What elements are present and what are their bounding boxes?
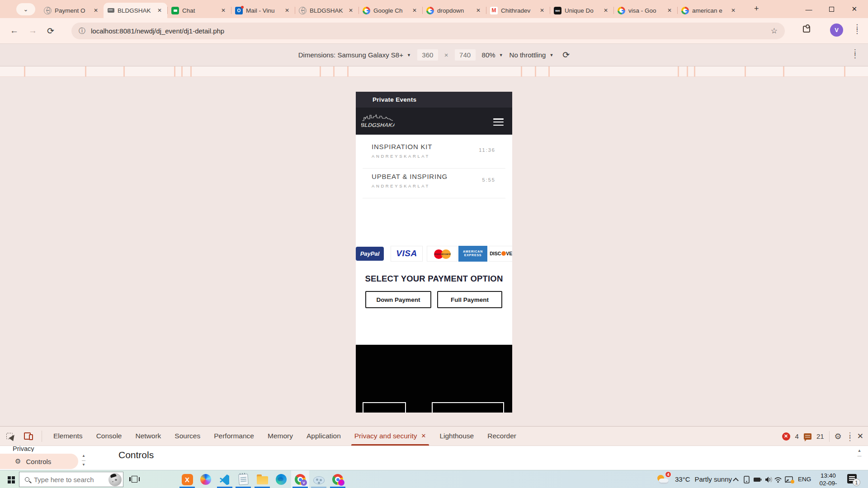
- browser-tab-mail[interactable]: O Mail - Vinu ✕: [231, 3, 295, 18]
- system-tray-icons[interactable]: [744, 475, 796, 484]
- inspect-element-icon[interactable]: [6, 431, 17, 441]
- browser-tab-google-chrome[interactable]: Google Ch ✕: [359, 3, 422, 18]
- track-row[interactable]: UPBEAT & INSPIRING 5:55 ANDREYSKARLAT: [356, 169, 512, 198]
- device-toolbar-menu-icon[interactable]: ⋮⋮: [852, 50, 856, 57]
- tab-close-icon[interactable]: ✕: [220, 7, 227, 14]
- taskbar-weather[interactable]: 4 33°C Partly sunny: [657, 473, 732, 485]
- taskbar-app-copilot[interactable]: [200, 474, 212, 485]
- devtools-close-icon[interactable]: ✕: [857, 432, 863, 441]
- taskbar-search-box[interactable]: [19, 472, 123, 487]
- browser-tab-bldgshak2[interactable]: BLDGSHAK ✕: [295, 3, 359, 18]
- tab-search-button[interactable]: ⌄: [16, 3, 35, 15]
- notification-count-badge[interactable]: 1: [853, 479, 860, 486]
- amex-logo: AMERICAN EXPRESS: [458, 246, 487, 262]
- devtools-tab-console[interactable]: Console: [90, 427, 129, 446]
- error-count[interactable]: 4: [795, 432, 799, 440]
- extensions-icon[interactable]: [803, 26, 810, 33]
- taskbar-app-chrome-profile-v[interactable]: V: [294, 474, 306, 485]
- tab-close-icon[interactable]: ✕: [730, 7, 737, 14]
- page-info-icon[interactable]: ⓘ: [79, 27, 85, 35]
- search-highlight-avatar[interactable]: [108, 473, 122, 486]
- browser-tab-american[interactable]: american e ✕: [677, 3, 741, 18]
- devtools-menu-icon[interactable]: ⋮⋮: [847, 433, 852, 440]
- full-payment-button[interactable]: Full Payment: [437, 291, 502, 308]
- tab-close-icon[interactable]: ✕: [283, 7, 291, 14]
- devtools-settings-icon[interactable]: ⚙: [835, 432, 842, 441]
- devtools-tab-performance[interactable]: Performance: [207, 427, 261, 446]
- browser-tab-payment[interactable]: Payment O ✕: [40, 3, 104, 18]
- taskbar-clock[interactable]: 13:40 02-09-2025: [814, 472, 843, 488]
- search-input[interactable]: [34, 476, 102, 483]
- browser-tab-bldgshak-active[interactable]: BLDGSHAK ✕: [104, 3, 167, 18]
- devtools-tab-memory[interactable]: Memory: [261, 427, 300, 446]
- zoom-selector[interactable]: 80% ▼: [482, 51, 503, 59]
- tab-close-icon[interactable]: ✕: [411, 7, 418, 14]
- profile-avatar[interactable]: V: [830, 23, 843, 37]
- tab-title: visa - Goo: [628, 7, 663, 14]
- down-payment-button[interactable]: Down Payment: [365, 291, 431, 308]
- taskbar-app-edge[interactable]: [275, 474, 287, 485]
- google-icon: [426, 7, 434, 14]
- devtools-tab-privacy-security[interactable]: Privacy and security ✕: [348, 427, 433, 446]
- rotate-device-icon[interactable]: ⟳: [562, 50, 570, 60]
- window-minimize-button[interactable]: —: [805, 5, 812, 13]
- reload-icon[interactable]: ⟳: [47, 26, 54, 36]
- chrome-icon: [332, 474, 343, 485]
- tab-close-icon[interactable]: ✕: [92, 7, 99, 14]
- tab-close-icon[interactable]: ✕: [421, 427, 426, 446]
- devtools-panel: Elements Console Network Sources Perform…: [0, 426, 868, 470]
- error-badge-icon[interactable]: ✕: [782, 432, 790, 441]
- device-toolbar-toggle-icon[interactable]: [24, 431, 34, 441]
- taskbar-app-tortoise[interactable]: [313, 474, 325, 485]
- browser-tab-visa[interactable]: visa - Goo ✕: [613, 3, 677, 18]
- task-view-icon[interactable]: [132, 476, 137, 483]
- issues-icon[interactable]: [804, 433, 811, 440]
- outlook-icon: O: [235, 7, 243, 14]
- browser-tab-chat[interactable]: Chat ✕: [167, 3, 231, 18]
- taskbar-app-explorer[interactable]: [256, 474, 268, 485]
- forward-icon[interactable]: →: [28, 26, 37, 36]
- device-height-input[interactable]: 740: [455, 49, 476, 61]
- hamburger-menu-icon[interactable]: [493, 118, 504, 127]
- new-tab-button[interactable]: +: [754, 4, 759, 14]
- throttling-selector[interactable]: No throttling ▼: [509, 51, 554, 59]
- track-row[interactable]: INSPIRATION KIT 11:36 ANDREYSKARLAT: [356, 139, 512, 169]
- tab-close-icon[interactable]: ✕: [666, 7, 673, 14]
- window-maximize-button[interactable]: [829, 7, 834, 12]
- tab-close-icon[interactable]: ✕: [538, 7, 546, 14]
- devtools-tab-application[interactable]: Application: [300, 427, 348, 446]
- device-width-input[interactable]: 360: [417, 49, 438, 61]
- sidebar-item-label: Controls: [26, 458, 51, 465]
- devtools-tab-lighthouse[interactable]: Lighthouse: [433, 427, 481, 446]
- browser-tab-chithradev[interactable]: M Chithradev ✕: [486, 3, 550, 18]
- site-logo[interactable]: BLDGSHAKA: [361, 113, 395, 132]
- window-close-button[interactable]: ✕: [851, 5, 857, 13]
- device-selector[interactable]: Dimensions: Samsung Galaxy S8+ ▼: [298, 51, 411, 59]
- start-button-icon[interactable]: [8, 476, 11, 479]
- browser-menu-icon[interactable]: ⋮⋮: [854, 25, 858, 33]
- sidebar-item-controls[interactable]: ⚙ Controls: [0, 454, 78, 469]
- panel-scrollbar[interactable]: ▲—: [856, 448, 863, 459]
- tab-close-icon[interactable]: ✕: [602, 7, 609, 14]
- devtools-tab-elements[interactable]: Elements: [47, 427, 90, 446]
- devtools-tab-network[interactable]: Network: [129, 427, 168, 446]
- tab-close-icon[interactable]: ✕: [475, 7, 482, 14]
- taskbar-app-xampp[interactable]: X: [181, 474, 193, 485]
- taskbar-app-notepad[interactable]: [237, 474, 249, 485]
- url-text[interactable]: localhost:8081/newdj/dj_event/dj1-detail…: [91, 27, 765, 35]
- taskbar-app-vscode[interactable]: [219, 474, 231, 485]
- devtools-tab-sources[interactable]: Sources: [168, 427, 207, 446]
- browser-tab-dropdown[interactable]: dropdown ✕: [422, 3, 486, 18]
- issue-count[interactable]: 21: [816, 432, 824, 440]
- tray-expand-icon[interactable]: [733, 478, 739, 483]
- devtools-tab-recorder[interactable]: Recorder: [481, 427, 523, 446]
- tab-close-icon[interactable]: ✕: [156, 7, 163, 14]
- browser-tab-unique[interactable]: we Unique Do ✕: [550, 3, 613, 18]
- bookmark-star-icon[interactable]: ☆: [771, 26, 778, 36]
- back-icon[interactable]: ←: [10, 26, 19, 36]
- language-indicator[interactable]: ENG: [798, 476, 811, 483]
- tab-close-icon[interactable]: ✕: [347, 7, 354, 14]
- taskbar-app-chrome-profile-2[interactable]: [332, 474, 344, 485]
- omnibox[interactable]: ⓘ localhost:8081/newdj/dj_event/dj1-deta…: [71, 23, 785, 39]
- sidebar-scrollbar[interactable]: ▲—▼: [80, 454, 87, 469]
